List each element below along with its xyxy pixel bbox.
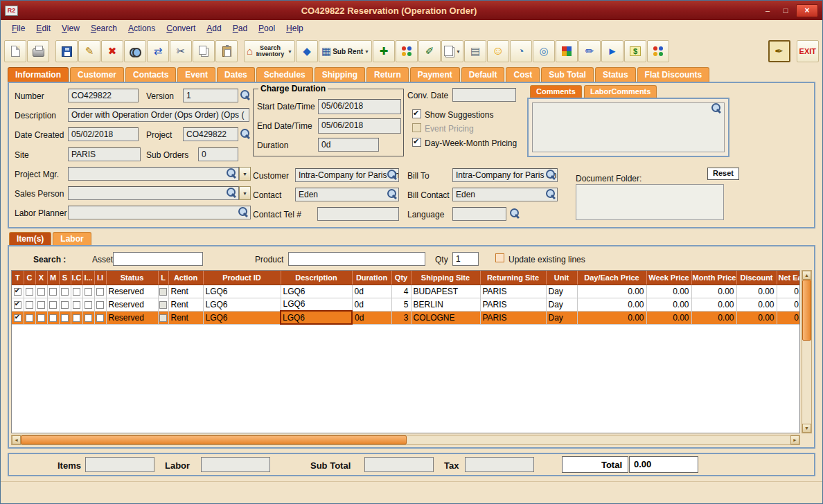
row-l-checkbox[interactable]	[159, 301, 167, 309]
menu-pool[interactable]: Pool	[253, 21, 281, 35]
contact-search-icon[interactable]	[387, 189, 398, 199]
row-select-checkbox[interactable]	[14, 301, 21, 309]
row-select-checkbox[interactable]	[14, 314, 21, 322]
vertical-scroll-thumb[interactable]	[802, 280, 811, 341]
horizontal-scroll-track[interactable]	[407, 435, 790, 444]
time-button[interactable]: ◔	[510, 40, 532, 62]
asset-search-input[interactable]	[113, 252, 203, 266]
chevron-down-icon[interactable]: ▼	[456, 49, 461, 54]
conv-date-field[interactable]	[452, 88, 516, 102]
tab-shipping[interactable]: Shipping	[315, 67, 365, 82]
qty-input[interactable]: 1	[452, 252, 479, 266]
bill-to-field[interactable]: Intra-Company for Paris Sh	[452, 168, 558, 182]
row-select-checkbox[interactable]	[14, 288, 21, 296]
sales-person-search-icon[interactable]	[227, 188, 237, 198]
col-ii[interactable]: I.I	[94, 271, 106, 285]
tab-default[interactable]: Default	[461, 67, 505, 82]
contact-field[interactable]: Eden	[295, 188, 399, 201]
bill-contact-search-icon[interactable]	[546, 189, 556, 199]
add-line-button[interactable]: ✚	[373, 40, 395, 62]
bill-to-search-icon[interactable]	[546, 170, 556, 180]
show-suggestions-checkbox[interactable]	[412, 109, 421, 118]
row-flag-checkbox[interactable]	[37, 301, 45, 309]
customer-service-button[interactable]: ☺	[487, 40, 509, 62]
horizontal-scroll-thumb[interactable]	[21, 435, 407, 444]
col-t[interactable]: T	[12, 271, 24, 285]
project-mgr-search-icon[interactable]	[227, 168, 237, 179]
col-description[interactable]: Description	[281, 271, 352, 285]
project-field[interactable]: CO429822	[183, 127, 238, 141]
save-button[interactable]	[55, 40, 78, 62]
cut-button[interactable]: ✂	[170, 40, 192, 62]
comments-textarea[interactable]	[532, 102, 725, 152]
tab-customer[interactable]: Customer	[70, 67, 124, 82]
vertical-scrollbar[interactable]: ▲ ▼	[802, 270, 812, 433]
pool-button[interactable]	[647, 40, 669, 62]
language-search-icon[interactable]	[510, 208, 520, 219]
scroll-left-icon[interactable]: ◄	[12, 435, 21, 444]
close-button[interactable]: ×	[796, 4, 818, 17]
number-field[interactable]: CO429822	[68, 89, 139, 102]
table-row[interactable]: Reserved Rent LGQ6 LGQ6 0d 4 BUDAPEST PA…	[12, 285, 800, 298]
menu-actions[interactable]: Actions	[123, 21, 161, 35]
row-flag-checkbox[interactable]	[49, 301, 57, 309]
row-flag-checkbox[interactable]	[85, 301, 92, 309]
row-flag-checkbox[interactable]	[61, 288, 69, 296]
row-l-checkbox[interactable]	[159, 314, 167, 322]
duration-field[interactable]: 0d	[318, 138, 379, 152]
row-flag-checkbox[interactable]	[37, 314, 45, 322]
edit-button[interactable]: ✎	[78, 40, 100, 62]
tab-labor[interactable]: Labor	[53, 232, 91, 245]
bill-contact-field[interactable]: Eden	[452, 188, 558, 201]
scroll-down-icon[interactable]: ▼	[802, 424, 811, 433]
media-button[interactable]: ◎	[533, 40, 555, 62]
menu-pad[interactable]: Pad	[227, 21, 253, 35]
description-field[interactable]: Order with Operation Order (Ops Order) (…	[68, 108, 249, 122]
col-qty[interactable]: Qty	[391, 271, 411, 285]
row-flag-checkbox[interactable]	[26, 314, 33, 322]
key-button[interactable]: ►	[601, 40, 623, 62]
labor-planner-field[interactable]	[68, 206, 251, 219]
tab-payment[interactable]: Payment	[410, 67, 460, 82]
col-shipping-site[interactable]: Shipping Site	[411, 271, 480, 285]
menu-convert[interactable]: Convert	[161, 21, 201, 35]
row-flag-checkbox[interactable]	[37, 288, 45, 296]
tab-event[interactable]: Event	[177, 67, 215, 82]
end-datetime-field[interactable]: 05/06/2018	[318, 118, 401, 134]
menu-search[interactable]: Search	[85, 21, 123, 35]
row-flag-checkbox[interactable]	[96, 301, 104, 309]
project-search-icon[interactable]	[240, 129, 251, 139]
table-row-selected[interactable]: Reserved Rent LGQ6 LGQ6 0d 3 COLOGNE PAR…	[12, 311, 800, 324]
tab-comments[interactable]: Comments	[530, 85, 582, 98]
delete-button[interactable]: ✖	[101, 40, 123, 62]
row-flag-checkbox[interactable]	[96, 314, 104, 322]
col-discount[interactable]: Discount	[736, 271, 777, 285]
assemblies-button[interactable]	[556, 40, 578, 62]
comments-search-icon[interactable]	[711, 103, 722, 114]
site-button[interactable]: ▤	[464, 40, 486, 62]
reset-button[interactable]: Reset	[707, 168, 739, 180]
wand-button[interactable]: ✒	[768, 40, 790, 62]
col-duration[interactable]: Duration	[352, 271, 391, 285]
horizontal-scrollbar[interactable]: ◄ ►	[11, 435, 800, 445]
language-field[interactable]	[452, 207, 506, 221]
exit-button[interactable]: EXIT	[797, 40, 819, 62]
tab-labor-comments[interactable]: LaborComments	[584, 85, 657, 98]
tab-contacts[interactable]: Contacts	[125, 67, 176, 82]
copy-button[interactable]	[193, 40, 215, 62]
col-unit[interactable]: Unit	[546, 271, 577, 285]
contact-tel-field[interactable]	[317, 207, 399, 221]
version-search-icon[interactable]	[240, 90, 251, 100]
labor-planner-search-icon[interactable]	[238, 207, 249, 217]
product-search-input[interactable]	[288, 252, 425, 266]
col-day-each-price[interactable]: Day/Each Price	[577, 271, 646, 285]
col-product-id[interactable]: Product ID	[203, 271, 281, 285]
customer-field[interactable]: Intra-Company for Paris Sh	[295, 168, 399, 182]
col-month-price[interactable]: Month Price	[691, 271, 736, 285]
vertical-scroll-track[interactable]	[802, 341, 811, 424]
row-flag-checkbox[interactable]	[49, 314, 57, 322]
price-list-button[interactable]: $	[624, 40, 646, 62]
customer-search-icon[interactable]	[387, 170, 398, 180]
col-ic[interactable]: I.C	[71, 271, 82, 285]
maximize-button[interactable]: □	[778, 5, 793, 17]
